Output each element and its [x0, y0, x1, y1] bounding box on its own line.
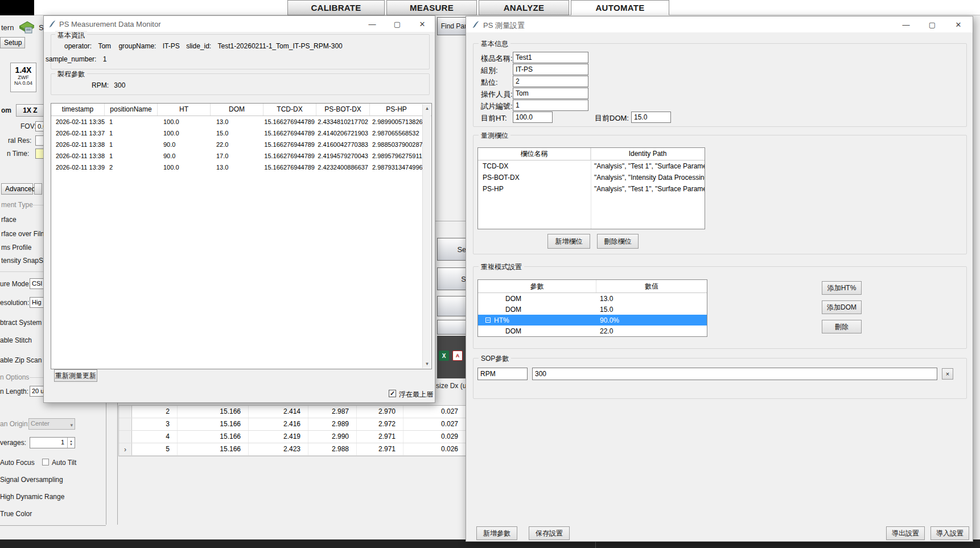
column-header[interactable]: PS-BOT-DX [316, 104, 370, 116]
table-row[interactable]: DOM 15.0 [478, 304, 707, 315]
minimize-icon[interactable]: — [360, 17, 385, 31]
column-header[interactable]: DOM [211, 104, 263, 116]
point-label: 點位: [481, 77, 498, 88]
tab-automate[interactable]: AUTOMATE [571, 0, 669, 15]
sidebar-bottom-border [0, 525, 106, 526]
type-films-profile-option[interactable]: ms Profile [1, 244, 31, 252]
excel-export-icon[interactable]: X [439, 351, 449, 361]
table-row[interactable]: PS-BOT-DX "Analysis", "Intensity Data Pr… [478, 172, 705, 183]
maximize-icon[interactable]: ▢ [385, 17, 410, 31]
subtract-system-option[interactable]: btract System F [0, 319, 48, 327]
remove-param-button[interactable]: × [942, 368, 953, 380]
current-ht-input[interactable] [513, 112, 553, 123]
column-header[interactable]: Identity Path [591, 148, 705, 160]
table-row[interactable]: 3 15.166 2.416 2.989 2.972 0.027 [119, 418, 466, 431]
enable-stitch-option[interactable]: able Stitch [0, 336, 32, 344]
table-row-selected[interactable]: HT% 90.0% [478, 315, 707, 325]
table-row[interactable]: TCD-DX "Analysis", "Test 1", "Surface Pa… [478, 160, 705, 172]
column-header[interactable]: positionName [105, 104, 158, 116]
averages-stepper[interactable]: 1 ▲▼ [30, 437, 75, 448]
table-row[interactable]: 2026-02-11 13:37 1 100.0 15.0 15.1662769… [51, 127, 431, 139]
sop-param-name-input[interactable] [477, 368, 528, 380]
operator-input[interactable] [513, 88, 588, 99]
column-header[interactable]: HT [158, 104, 211, 116]
add-ht-button[interactable]: 添加HT% [822, 281, 862, 295]
group-input[interactable] [513, 64, 588, 75]
scan-origin-dropdown[interactable]: Center ▾ [28, 418, 75, 430]
monitor-dialog-titlebar[interactable]: PS Measurement Data Monitor — ▢ ✕ [44, 16, 435, 32]
stage-icon[interactable] [17, 18, 35, 35]
table-row[interactable]: 2026-02-11 13:39 2 100.0 13.0 15.1662769… [51, 162, 431, 173]
tab-analyze[interactable]: ANALYZE [479, 0, 569, 15]
true-color-option[interactable]: True Color [0, 510, 32, 518]
table-row[interactable]: › 5 15.166 2.423 2.988 2.971 0.026 [119, 443, 466, 456]
enable-zip-scan-option[interactable]: able Zip Scan [0, 356, 42, 364]
table-row[interactable]: DOM 22.0 [478, 325, 707, 336]
tab-setup[interactable]: Setup [0, 37, 25, 48]
refresh-measurement-button[interactable]: 重新測量更新 [54, 369, 97, 382]
column-header[interactable]: timestamp [51, 104, 105, 116]
row-header[interactable] [119, 431, 132, 443]
slide-no-input[interactable] [513, 100, 588, 111]
vertical-scrollbar[interactable]: ▲ ▼ [422, 104, 431, 368]
basic-info-group [51, 34, 430, 69]
type-surface-option[interactable]: rface [1, 216, 17, 224]
add-param-button[interactable]: 新增參數 [476, 526, 517, 540]
cell: 2.9885037900287 [370, 141, 423, 148]
scroll-up-icon[interactable]: ▲ [423, 104, 431, 113]
point-input[interactable] [513, 76, 588, 87]
add-field-button[interactable]: 新增欄位 [547, 234, 590, 249]
import-settings-button[interactable]: 導入設置 [930, 526, 969, 540]
column-header[interactable]: 欄位名稱 [478, 148, 591, 160]
close-icon[interactable]: ✕ [410, 17, 435, 31]
pdf-export-icon[interactable]: A [452, 351, 463, 361]
table-row[interactable]: 2026-02-11 13:35 1 100.0 13.0 15.1662769… [51, 116, 431, 127]
settings-dialog-titlebar[interactable]: PS 測量設置 — ▢ ✕ [466, 17, 973, 32]
table-row[interactable]: 2 15.166 2.414 2.987 2.970 0.027 [119, 406, 466, 418]
table-row[interactable]: 4 15.166 2.419 2.990 2.971 0.029 [119, 431, 466, 443]
scroll-down-icon[interactable]: ▼ [423, 360, 431, 368]
high-dynamic-range-option[interactable]: High Dynamic Range [0, 493, 64, 501]
zoom-1x-button[interactable]: 1X Z [16, 104, 44, 117]
cell: 2.4140206721903 [316, 130, 370, 137]
table-header-row: 欄位名稱 Identity Path [478, 148, 705, 160]
delete-field-button[interactable]: 刪除欄位 [597, 234, 639, 249]
cell: 2.4232400886637 [316, 164, 370, 171]
column-header[interactable]: 數值 [596, 280, 707, 292]
column-header[interactable]: TCD-DX [263, 104, 316, 116]
signal-oversampling-option[interactable]: Signal Oversampling [0, 476, 63, 484]
table-row[interactable]: DOM 13.0 [478, 293, 707, 304]
current-dom-input[interactable] [631, 112, 671, 123]
maximize-icon[interactable]: ▢ [919, 18, 945, 31]
objective-display[interactable]: 1.4X ZWF NA 0.04 [10, 63, 36, 92]
tab-advanced[interactable]: Advanced [1, 183, 33, 195]
auto-focus-label[interactable]: Auto Focus [0, 459, 35, 467]
auto-tilt-checkbox[interactable] [42, 459, 49, 465]
stepper-arrows-icon[interactable]: ▲▼ [67, 438, 75, 448]
tab-next-stub[interactable] [34, 183, 42, 195]
column-header[interactable]: 參數 [478, 280, 596, 292]
minimize-icon[interactable]: — [893, 18, 919, 31]
chevron-down-icon: ▾ [70, 421, 73, 430]
tab-calibrate[interactable]: CALIBRATE [287, 0, 385, 15]
sop-param-value-input[interactable] [532, 368, 937, 380]
column-header[interactable]: PS-HP [370, 104, 423, 116]
type-intensity-snapshot-option[interactable]: tensity SnapSh [1, 257, 47, 265]
cell: 15.166 [178, 431, 249, 443]
collapse-icon[interactable] [485, 318, 491, 323]
row-selector-icon[interactable]: › [119, 443, 132, 455]
row-header[interactable] [119, 406, 132, 418]
row-header[interactable] [119, 418, 132, 430]
float-on-top-checkbox[interactable]: ✓ [389, 390, 396, 397]
save-settings-button[interactable]: 保存設置 [529, 526, 570, 540]
type-surface-over-film-option[interactable]: rface over Film [1, 230, 46, 238]
table-row[interactable]: PS-HP "Analysis", "Test 1", "Surface Par… [478, 183, 705, 195]
close-icon[interactable]: ✕ [945, 18, 971, 31]
export-settings-button[interactable]: 導出設置 [886, 526, 925, 540]
sample-name-input[interactable] [513, 52, 588, 63]
add-dom-button[interactable]: 添加DOM [822, 300, 862, 314]
table-row[interactable]: 2026-02-11 13:38 1 90.0 22.0 15.16627694… [51, 139, 431, 150]
table-row[interactable]: 2026-02-11 13:38 1 90.0 17.0 15.16627694… [51, 150, 431, 162]
delete-row-button[interactable]: 刪除 [822, 320, 862, 333]
tab-measure[interactable]: MEASURE [386, 0, 477, 15]
